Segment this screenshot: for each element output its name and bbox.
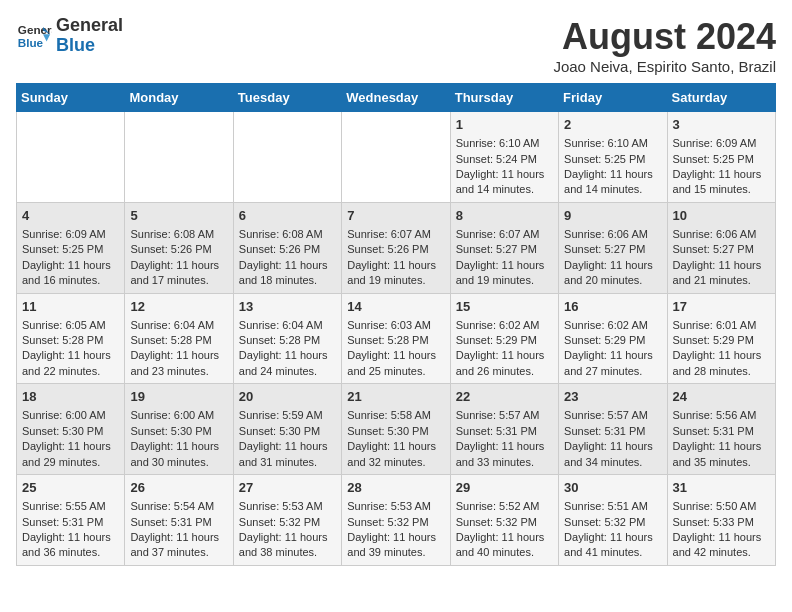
day-info: Sunrise: 5:55 AM bbox=[22, 499, 119, 514]
day-info: Daylight: 11 hours bbox=[130, 348, 227, 363]
day-info: Sunrise: 6:01 AM bbox=[673, 318, 770, 333]
day-info: Sunrise: 6:00 AM bbox=[130, 408, 227, 423]
day-info: Sunset: 5:31 PM bbox=[456, 424, 553, 439]
day-number: 24 bbox=[673, 388, 770, 406]
day-info: and 23 minutes. bbox=[130, 364, 227, 379]
calendar-cell bbox=[233, 112, 341, 203]
calendar-cell: 25Sunrise: 5:55 AMSunset: 5:31 PMDayligh… bbox=[17, 475, 125, 566]
calendar-week-4: 18Sunrise: 6:00 AMSunset: 5:30 PMDayligh… bbox=[17, 384, 776, 475]
day-number: 3 bbox=[673, 116, 770, 134]
day-number: 26 bbox=[130, 479, 227, 497]
calendar-week-1: 1Sunrise: 6:10 AMSunset: 5:24 PMDaylight… bbox=[17, 112, 776, 203]
day-info: and 42 minutes. bbox=[673, 545, 770, 560]
day-info: and 37 minutes. bbox=[130, 545, 227, 560]
day-info: Sunrise: 5:51 AM bbox=[564, 499, 661, 514]
day-info: Daylight: 11 hours bbox=[239, 348, 336, 363]
day-number: 17 bbox=[673, 298, 770, 316]
day-info: Sunrise: 6:06 AM bbox=[564, 227, 661, 242]
day-number: 28 bbox=[347, 479, 444, 497]
day-info: Sunset: 5:30 PM bbox=[347, 424, 444, 439]
day-info: and 14 minutes. bbox=[564, 182, 661, 197]
day-info: and 36 minutes. bbox=[22, 545, 119, 560]
day-info: Daylight: 11 hours bbox=[130, 439, 227, 454]
day-info: Sunset: 5:32 PM bbox=[239, 515, 336, 530]
day-number: 18 bbox=[22, 388, 119, 406]
day-number: 19 bbox=[130, 388, 227, 406]
day-number: 4 bbox=[22, 207, 119, 225]
day-header-tuesday: Tuesday bbox=[233, 84, 341, 112]
day-info: Sunset: 5:29 PM bbox=[456, 333, 553, 348]
calendar-cell: 16Sunrise: 6:02 AMSunset: 5:29 PMDayligh… bbox=[559, 293, 667, 384]
day-info: Sunrise: 5:50 AM bbox=[673, 499, 770, 514]
day-info: Sunrise: 6:04 AM bbox=[130, 318, 227, 333]
day-info: Daylight: 11 hours bbox=[239, 258, 336, 273]
day-info: Daylight: 11 hours bbox=[22, 348, 119, 363]
day-info: Daylight: 11 hours bbox=[22, 258, 119, 273]
day-info: Daylight: 11 hours bbox=[564, 348, 661, 363]
day-number: 29 bbox=[456, 479, 553, 497]
day-number: 2 bbox=[564, 116, 661, 134]
calendar-cell: 8Sunrise: 6:07 AMSunset: 5:27 PMDaylight… bbox=[450, 202, 558, 293]
day-info: Sunrise: 6:07 AM bbox=[347, 227, 444, 242]
calendar-cell: 15Sunrise: 6:02 AMSunset: 5:29 PMDayligh… bbox=[450, 293, 558, 384]
location: Joao Neiva, Espirito Santo, Brazil bbox=[553, 58, 776, 75]
day-number: 22 bbox=[456, 388, 553, 406]
day-info: Sunrise: 6:00 AM bbox=[22, 408, 119, 423]
day-info: and 16 minutes. bbox=[22, 273, 119, 288]
day-info: and 24 minutes. bbox=[239, 364, 336, 379]
day-info: Daylight: 11 hours bbox=[564, 439, 661, 454]
day-info: and 18 minutes. bbox=[239, 273, 336, 288]
day-number: 7 bbox=[347, 207, 444, 225]
day-number: 23 bbox=[564, 388, 661, 406]
calendar-cell: 4Sunrise: 6:09 AMSunset: 5:25 PMDaylight… bbox=[17, 202, 125, 293]
day-header-friday: Friday bbox=[559, 84, 667, 112]
calendar-cell: 20Sunrise: 5:59 AMSunset: 5:30 PMDayligh… bbox=[233, 384, 341, 475]
day-info: Sunset: 5:33 PM bbox=[673, 515, 770, 530]
day-info: Sunrise: 6:08 AM bbox=[239, 227, 336, 242]
calendar-cell: 24Sunrise: 5:56 AMSunset: 5:31 PMDayligh… bbox=[667, 384, 775, 475]
calendar-cell: 14Sunrise: 6:03 AMSunset: 5:28 PMDayligh… bbox=[342, 293, 450, 384]
day-info: and 17 minutes. bbox=[130, 273, 227, 288]
day-info: and 38 minutes. bbox=[239, 545, 336, 560]
calendar-week-5: 25Sunrise: 5:55 AMSunset: 5:31 PMDayligh… bbox=[17, 475, 776, 566]
day-info: Sunrise: 6:02 AM bbox=[564, 318, 661, 333]
day-info: Sunset: 5:24 PM bbox=[456, 152, 553, 167]
day-info: and 29 minutes. bbox=[22, 455, 119, 470]
day-info: Daylight: 11 hours bbox=[456, 530, 553, 545]
day-number: 20 bbox=[239, 388, 336, 406]
day-info: Sunset: 5:31 PM bbox=[22, 515, 119, 530]
day-header-sunday: Sunday bbox=[17, 84, 125, 112]
calendar-cell: 26Sunrise: 5:54 AMSunset: 5:31 PMDayligh… bbox=[125, 475, 233, 566]
day-number: 1 bbox=[456, 116, 553, 134]
day-info: Daylight: 11 hours bbox=[564, 258, 661, 273]
calendar-cell: 19Sunrise: 6:00 AMSunset: 5:30 PMDayligh… bbox=[125, 384, 233, 475]
calendar-cell bbox=[125, 112, 233, 203]
day-info: and 30 minutes. bbox=[130, 455, 227, 470]
day-info: Daylight: 11 hours bbox=[673, 258, 770, 273]
day-info: Sunrise: 6:06 AM bbox=[673, 227, 770, 242]
calendar-cell: 7Sunrise: 6:07 AMSunset: 5:26 PMDaylight… bbox=[342, 202, 450, 293]
day-info: and 32 minutes. bbox=[347, 455, 444, 470]
day-info: Daylight: 11 hours bbox=[564, 530, 661, 545]
day-number: 27 bbox=[239, 479, 336, 497]
day-number: 10 bbox=[673, 207, 770, 225]
day-info: Daylight: 11 hours bbox=[673, 439, 770, 454]
day-info: and 33 minutes. bbox=[456, 455, 553, 470]
day-info: Sunset: 5:28 PM bbox=[239, 333, 336, 348]
calendar-table: SundayMondayTuesdayWednesdayThursdayFrid… bbox=[16, 83, 776, 566]
day-info: and 19 minutes. bbox=[456, 273, 553, 288]
day-number: 8 bbox=[456, 207, 553, 225]
day-number: 21 bbox=[347, 388, 444, 406]
calendar-cell: 6Sunrise: 6:08 AMSunset: 5:26 PMDaylight… bbox=[233, 202, 341, 293]
day-info: Daylight: 11 hours bbox=[673, 167, 770, 182]
day-header-wednesday: Wednesday bbox=[342, 84, 450, 112]
day-number: 31 bbox=[673, 479, 770, 497]
day-info: Sunset: 5:31 PM bbox=[564, 424, 661, 439]
day-info: Sunset: 5:30 PM bbox=[239, 424, 336, 439]
day-info: Daylight: 11 hours bbox=[239, 530, 336, 545]
calendar-cell: 31Sunrise: 5:50 AMSunset: 5:33 PMDayligh… bbox=[667, 475, 775, 566]
day-info: Sunrise: 6:02 AM bbox=[456, 318, 553, 333]
day-number: 13 bbox=[239, 298, 336, 316]
day-info: Daylight: 11 hours bbox=[22, 530, 119, 545]
day-info: Sunset: 5:32 PM bbox=[347, 515, 444, 530]
